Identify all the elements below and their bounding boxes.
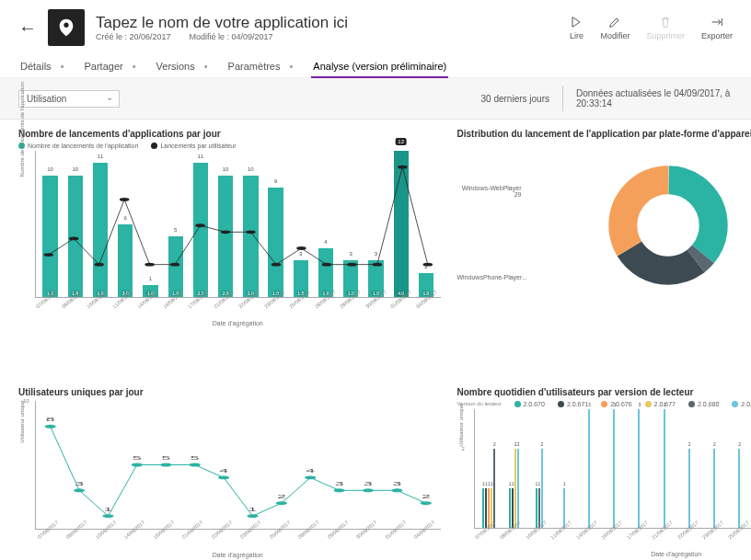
svg-point-11 (322, 263, 332, 267)
svg-point-13 (373, 263, 383, 267)
svg-text:1: 1 (248, 506, 258, 511)
header-actions: Lire Modifier Supprimer Exporter (569, 15, 733, 40)
app-title: Tapez le nom de votre application ici (96, 14, 558, 32)
svg-point-6 (195, 223, 205, 227)
export-label: Exporter (701, 31, 733, 40)
tab-share[interactable]: Partager• (82, 55, 137, 77)
date-range: 30 derniers jours (481, 94, 549, 104)
chart-platform: Distribution du lancement de l'applicati… (457, 129, 752, 374)
svg-text:5: 5 (133, 454, 142, 460)
delete-label: Supprimer (646, 31, 685, 40)
chart-launches: Nombre de lancements d'applications par … (18, 129, 441, 374)
svg-point-1 (69, 236, 79, 240)
chart-launches-area: Nombre de lancements de l'application 10… (35, 151, 441, 298)
play-label: Lire (570, 31, 583, 40)
svg-point-26 (132, 463, 143, 466)
content: Nombre de lancements d'applications par … (0, 120, 751, 560)
edit-button[interactable]: Modifier (600, 15, 630, 40)
svg-point-7 (221, 230, 231, 234)
svg-point-44 (391, 488, 402, 492)
svg-point-3 (120, 198, 130, 201)
svg-point-2 (94, 263, 104, 267)
delete-button: Supprimer (646, 15, 685, 40)
donut-svg (608, 166, 728, 285)
chart-launches-legend: Nombre de lancements de l'application La… (18, 143, 441, 149)
tab-settings[interactable]: Paramètres• (226, 55, 295, 77)
play-button[interactable]: Lire (569, 15, 583, 40)
donut-label-web: Windows-WebPlayer 29 (457, 185, 522, 198)
svg-point-28 (160, 463, 171, 466)
donut-label-wp: WindowsPhone-Player... (457, 274, 527, 280)
svg-point-40 (333, 488, 344, 492)
svg-text:5: 5 (191, 454, 200, 460)
svg-point-36 (276, 501, 287, 505)
toolbar: Utilisation 30 derniers jours Données ac… (0, 78, 751, 120)
app-header: ← Tapez le nom de votre application ici … (0, 0, 751, 55)
app-title-block: Tapez le nom de votre application ici Cr… (96, 14, 558, 41)
svg-text:1: 1 (104, 506, 113, 511)
svg-point-9 (272, 263, 282, 267)
svg-text:3: 3 (335, 480, 344, 486)
tab-details[interactable]: Détails• (18, 55, 65, 77)
donut-chart: Android-Player 31 Windows-WebPlayer 29 W… (457, 143, 752, 308)
chart-unique-area: Utilisateur unique 10 83155541243332 (35, 401, 441, 530)
chart-versions-area: Utilisateur unique 2 1111211221121333322… (474, 409, 752, 529)
svg-text:3: 3 (75, 480, 84, 486)
svg-point-30 (190, 463, 201, 466)
metric-select[interactable]: Utilisation (18, 90, 120, 108)
toolbar-divider (562, 86, 563, 111)
chart-platform-title: Distribution du lancement de l'applicati… (457, 129, 752, 139)
chart-versions-title: Nombre quotidien d'utilisateurs par vers… (457, 387, 752, 397)
chart-launches-title: Nombre de lancements d'applications par … (18, 129, 441, 139)
modified-date: Modifié le : 04/09/2017 (190, 32, 273, 41)
svg-text:3: 3 (393, 480, 402, 486)
tab-versions[interactable]: Versions• (155, 55, 210, 77)
svg-point-46 (421, 501, 432, 505)
chart-unique: Utilisateurs uniques par jour Utilisateu… (18, 387, 441, 561)
svg-point-8 (246, 230, 256, 234)
svg-point-5 (170, 263, 180, 267)
svg-point-4 (144, 263, 155, 267)
svg-point-12 (347, 263, 357, 267)
svg-point-20 (45, 424, 56, 428)
svg-text:3: 3 (364, 480, 373, 486)
svg-point-10 (296, 246, 306, 250)
nav-tabs: Détails• Partager• Versions• Paramètres•… (0, 55, 751, 78)
svg-point-34 (247, 514, 258, 518)
created-date: Créé le : 20/06/2017 (96, 32, 171, 41)
svg-text:8: 8 (46, 417, 55, 422)
tab-analytics[interactable]: Analyse (version préliminaire) (311, 55, 448, 77)
svg-text:2: 2 (277, 493, 286, 498)
svg-text:2: 2 (422, 493, 431, 498)
charts-grid: Nombre de lancements d'applications par … (18, 129, 751, 560)
app-logo-icon (48, 9, 85, 46)
chart-versions-legend: Version du lecteur 2.0.6702.0.6712.0.676… (457, 401, 752, 407)
svg-point-14 (398, 166, 408, 169)
svg-point-32 (218, 475, 229, 479)
svg-point-38 (305, 475, 316, 479)
svg-point-15 (422, 263, 433, 267)
svg-point-24 (102, 514, 113, 518)
svg-point-22 (74, 488, 85, 492)
export-button[interactable]: Exporter (701, 15, 733, 40)
chart-versions: Nombre quotidien d'utilisateurs par vers… (457, 387, 752, 561)
svg-point-42 (363, 488, 374, 492)
edit-label: Modifier (600, 31, 630, 40)
chart-unique-title: Utilisateurs uniques par jour (18, 387, 441, 397)
svg-text:4: 4 (306, 467, 315, 473)
svg-text:5: 5 (161, 454, 170, 460)
last-updated: Données actualisées le 04/09/2017, à 20:… (576, 88, 733, 109)
svg-text:4: 4 (219, 467, 228, 473)
back-arrow-icon[interactable]: ← (18, 17, 37, 39)
svg-point-0 (43, 253, 53, 257)
